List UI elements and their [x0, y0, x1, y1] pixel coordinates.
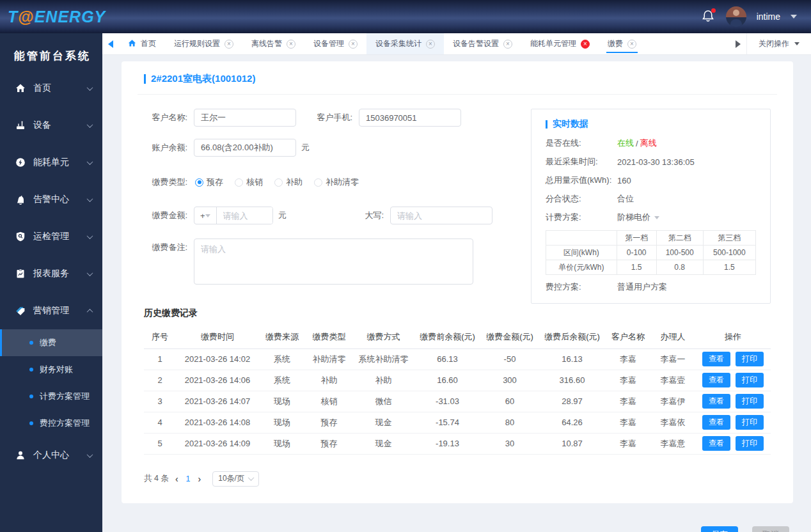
amount-sign-select[interactable]: + — [194, 207, 217, 224]
notification-dot — [711, 8, 716, 13]
sidebar-item-home[interactable]: 首页 — [0, 70, 102, 107]
sidebar-subitem-fee-control-plan[interactable]: 费控方案管理 — [0, 410, 102, 437]
view-button[interactable]: 查看 — [702, 352, 730, 366]
radio-prepay[interactable]: 预存 — [195, 173, 223, 191]
balance-input[interactable] — [194, 139, 296, 157]
next-page-icon[interactable]: › — [196, 474, 204, 484]
chevron-down-icon — [87, 451, 93, 458]
customer-name-input[interactable] — [194, 109, 296, 127]
sidebar-subitem-finance-reconciliation[interactable]: 财务对账 — [0, 356, 102, 383]
bullet-dot-icon — [29, 341, 33, 345]
tab-offline-alarm[interactable]: 离线告警 × — [242, 33, 304, 54]
avatar[interactable] — [726, 6, 746, 27]
radio-writeoff[interactable]: 核销 — [235, 173, 263, 191]
yuan-unit: 元 — [278, 207, 287, 224]
print-button[interactable]: 打印 — [736, 436, 764, 451]
sidebar: 能管前台系统 首页 设备 能耗单元 告警中心 运检管理 报表服务 营销管理 缴费 — [0, 33, 102, 532]
radio-circle-icon — [195, 178, 203, 187]
amount-input[interactable] — [217, 207, 273, 224]
print-button[interactable]: 打印 — [736, 394, 764, 409]
home-tab-icon — [128, 39, 136, 49]
tabbar: 首页 运行规则设置 × 离线告警 × 设备管理 × 设备采集统计 × 设备告警设… — [102, 33, 811, 55]
tab-close-icon[interactable]: × — [503, 40, 512, 49]
tab-device-management[interactable]: 设备管理 × — [304, 33, 366, 54]
tab-close-icon[interactable]: × — [426, 40, 435, 49]
offline-value: 离线 — [640, 137, 657, 149]
view-button[interactable]: 查看 — [702, 436, 730, 451]
uppercase-input[interactable] — [390, 207, 492, 224]
home-icon — [15, 83, 26, 93]
tab-device-alarm-settings[interactable]: 设备告警设置 × — [444, 33, 521, 54]
sidebar-subitem-payment[interactable]: 缴费 — [0, 329, 102, 356]
tab-close-icon[interactable]: × — [224, 40, 233, 49]
total-usage-label: 总用量示值(kWh): — [546, 175, 617, 186]
switch-state-label: 分合状态: — [546, 193, 617, 205]
page-number[interactable]: 1 — [185, 474, 192, 483]
tier-price-table: 第一档 第二档 第三档 区间(kWh) 0-100 100-500 500-10… — [546, 230, 756, 275]
fee-plan-value: 普通用户方案 — [617, 281, 667, 293]
sidebar-item-inspection[interactable]: 运检管理 — [0, 218, 102, 255]
save-button[interactable]: 保存 — [701, 526, 738, 532]
sidebar-item-energy-units[interactable]: 能耗单元 — [0, 144, 102, 181]
caret-down-icon — [794, 42, 799, 45]
billing-plan-value[interactable]: 阶梯电价 — [617, 212, 659, 223]
table-row: 42021-03-26 14:08现场 预存现金-15.74 8064.26李嘉… — [144, 412, 771, 433]
chevron-down-icon — [87, 270, 93, 276]
tab-payment[interactable]: 缴费 × — [599, 33, 645, 54]
sidebar-item-devices[interactable]: 设备 — [0, 107, 102, 144]
payment-form: 客户名称: 客户手机: 账户余额: 元 缴费类型: 预存 核销 补助 — [144, 109, 492, 304]
online-value: 在线 — [617, 137, 634, 149]
realtime-panel: 实时数据 是否在线: 在线/离线 最近采集时间: 2021-03-30 13:3… — [531, 109, 771, 304]
tab-home[interactable]: 首页 — [119, 33, 165, 54]
radio-subsidy[interactable]: 补助 — [274, 173, 303, 191]
sidebar-item-personal-center[interactable]: 个人中心 — [0, 437, 102, 474]
table-row: 52021-03-26 14:09现场 预存现金-19.13 3010.87李嘉… — [144, 433, 771, 454]
tab-close-icon[interactable]: × — [287, 40, 295, 49]
close-operations-menu[interactable]: 关闭操作 — [746, 33, 811, 54]
logo-at-icon: @ — [18, 8, 34, 26]
history-title: 历史缴费记录 — [144, 308, 771, 319]
fee-plan-label: 费控方案: — [546, 281, 617, 293]
sidebar-subitem-billing-plan[interactable]: 计费方案管理 — [0, 383, 102, 410]
tabs-scroll-left-icon[interactable] — [102, 33, 119, 54]
pagination: 共 4 条 ‹ 1 › 10条/页 — [144, 471, 771, 487]
customer-phone-input[interactable] — [359, 109, 461, 127]
billing-plan-label: 计费方案: — [546, 212, 617, 223]
tab-close-icon[interactable]: × — [349, 40, 358, 49]
total-count: 共 4 条 — [144, 473, 169, 484]
remark-textarea[interactable] — [194, 239, 473, 285]
user-menu-caret-icon[interactable] — [791, 15, 797, 19]
view-button[interactable]: 查看 — [702, 415, 730, 430]
energy-bolt-icon — [15, 157, 26, 168]
view-button[interactable]: 查看 — [702, 373, 730, 387]
tab-run-rule-settings[interactable]: 运行规则设置 × — [165, 33, 242, 54]
tab-close-red-icon[interactable]: × — [581, 40, 590, 49]
tab-device-collection-stats[interactable]: 设备采集统计 × — [366, 33, 444, 54]
print-button[interactable]: 打印 — [736, 415, 764, 430]
chevron-down-icon — [248, 474, 254, 481]
history-table: 序号缴费时间缴费来源 缴费类型缴费方式缴费前余额(元) 缴费金额(元)缴费后余额… — [144, 325, 771, 455]
cancel-button[interactable]: 取消 — [752, 526, 789, 532]
remark-label: 缴费备注: — [144, 239, 187, 256]
sidebar-item-alarm-center[interactable]: 告警中心 — [0, 181, 102, 218]
prev-page-icon[interactable]: ‹ — [173, 474, 181, 484]
page-title: 2#2201室电表(1001012) — [144, 73, 771, 85]
chevron-up-icon — [87, 308, 93, 315]
bullet-dot-icon — [29, 368, 33, 372]
view-button[interactable]: 查看 — [702, 394, 730, 409]
radio-subsidy-clear[interactable]: 补助清零 — [314, 173, 359, 191]
tab-close-icon[interactable]: × — [627, 40, 636, 49]
sidebar-item-marketing[interactable]: 营销管理 — [0, 292, 102, 329]
tabs-scroll-right-icon[interactable] — [730, 33, 746, 54]
page-size-select[interactable]: 10条/页 — [212, 471, 259, 487]
pay-amount-label: 缴费金额: — [144, 207, 187, 224]
print-button[interactable]: 打印 — [736, 352, 764, 366]
radio-circle-icon — [274, 178, 283, 187]
sidebar-item-reports[interactable]: 报表服务 — [0, 255, 102, 292]
realtime-title: 实时数据 — [546, 118, 756, 130]
tab-energy-unit-management[interactable]: 能耗单元管理 × — [521, 33, 599, 54]
notification-bell-icon[interactable] — [702, 9, 716, 24]
print-button[interactable]: 打印 — [736, 373, 764, 387]
caret-down-icon — [654, 216, 659, 219]
chevron-down-icon — [87, 196, 93, 202]
